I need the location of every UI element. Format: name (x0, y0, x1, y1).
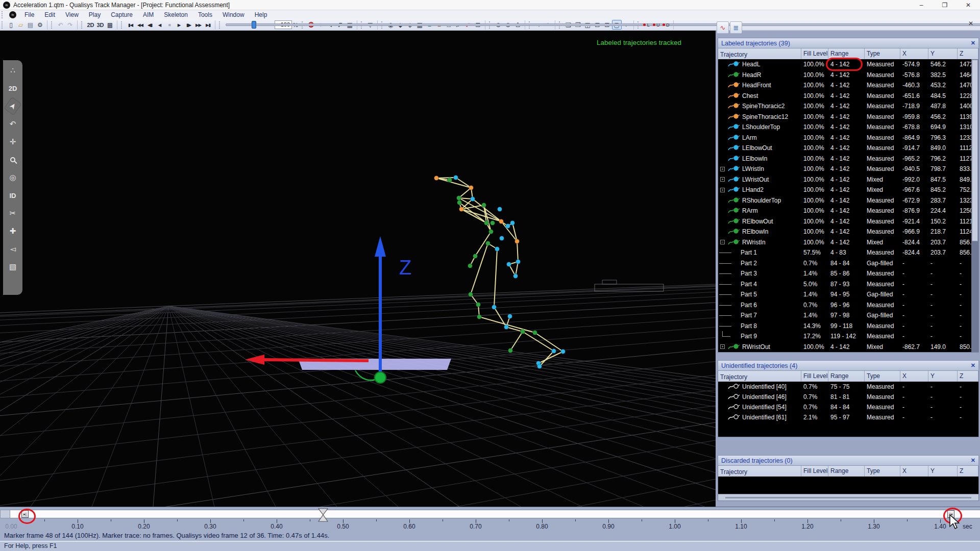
table-row[interactable]: Part 20.7%84 - 84Gap-filled--- (718, 258, 978, 269)
select-tool-button[interactable]: ➤ (4, 97, 22, 116)
table-row[interactable]: HeadR100.0%4 - 142Measured-576.8382.5146… (718, 70, 978, 81)
column-header-x[interactable]: X (900, 371, 928, 382)
zoom-tool-button[interactable] (6, 154, 20, 166)
table-row[interactable]: Unidentified [40]0.7%75 - 75Measured--- (718, 382, 978, 392)
table-row[interactable]: RShoulderTop100.0%4 - 142Measured-672.92… (718, 195, 978, 206)
table-row[interactable]: RElbowIn100.0%4 - 142Measured-966.9218.7… (718, 227, 978, 237)
table-row[interactable]: +LWristOut100.0%4 - 142Mixed-992.0847.58… (718, 174, 978, 185)
table-row[interactable]: HeadFront100.0%4 - 142Measured-460.3453.… (718, 80, 978, 91)
timeline[interactable]: ▸| |◂ 0.100.200.300.400.500.600.700.800.… (0, 507, 980, 531)
3d-view-button[interactable]: 3D (95, 20, 105, 30)
table-row[interactable]: Chest100.0%4 - 142Measured-651.6484.5122… (718, 91, 978, 102)
timeline-track[interactable] (0, 510, 980, 518)
column-header-trajectory[interactable]: Trajectory (718, 371, 801, 382)
table-row[interactable]: RArm100.0%4 - 142Measured-876.9224.41250 (718, 206, 978, 216)
cut-trajectory-button[interactable]: ✂ (6, 207, 20, 219)
table-row[interactable]: Part 45.0%87 - 93Measured--- (718, 279, 978, 290)
unidentified-close-icon[interactable]: ✕ (971, 362, 975, 369)
column-header-range[interactable]: Range (828, 371, 865, 382)
table-row[interactable]: Part 814.3%99 - 118Measured--- (718, 321, 978, 332)
menu-help[interactable]: Help (250, 10, 273, 19)
menu-aim[interactable]: AIM (138, 10, 159, 19)
menu-window[interactable]: Window (217, 10, 250, 19)
table-row[interactable]: +LWristIn100.0%4 - 142Measured-940.5798.… (718, 164, 978, 174)
table-row[interactable]: Part 917.2%119 - 142Measured--- (718, 331, 978, 342)
menu-view[interactable]: View (60, 10, 84, 19)
menu-play[interactable]: Play (84, 10, 106, 19)
expand-toggle-icon[interactable]: + (720, 177, 725, 182)
table-row[interactable]: LElbowIn100.0%4 - 142Measured-965.2796.2… (718, 154, 978, 164)
video-view-button[interactable]: ▩ (105, 20, 115, 30)
marker-set-icon[interactable]: ∴ (6, 64, 20, 77)
2d-toggle-button[interactable]: 2D (6, 82, 20, 94)
table-row[interactable]: +LHand2100.0%4 - 142Mixed-967.6845.2752.… (718, 185, 978, 195)
volume-tool-button[interactable]: ▧ (6, 261, 20, 273)
table-row[interactable]: LElbowOut100.0%4 - 142Measured-914.7849.… (718, 143, 978, 154)
trajectory-info-button[interactable]: ∿ (717, 21, 729, 34)
column-header-trajectory[interactable]: Trajectory (718, 48, 801, 59)
table-row[interactable]: +RWristOut100.0%4 - 142Mixed-862.7149.08… (718, 342, 978, 353)
menu-skeleton[interactable]: Skeleton (159, 10, 193, 19)
stop-button[interactable]: ■ (164, 20, 174, 30)
expand-toggle-icon[interactable]: − (720, 240, 725, 244)
trajectory-list-button[interactable]: ≣ (730, 21, 742, 34)
table-row[interactable]: Part 31.4%85 - 86Measured--- (718, 268, 978, 279)
show-unidentified-button[interactable]: U (652, 20, 662, 30)
show-labeled-button[interactable]: L (642, 20, 652, 30)
column-header-x[interactable]: X (900, 466, 928, 477)
labeled-section-header[interactable]: Labeled trajectories (39) ✕ (718, 38, 979, 48)
menu-file[interactable]: File (19, 10, 39, 19)
menu-logo-icon[interactable]: ≈ (9, 11, 16, 18)
2d-view-button[interactable]: 2D (86, 20, 95, 30)
discarded-section-header[interactable]: Discarded trajectories (0) ✕ (718, 455, 979, 466)
menu-capture[interactable]: Capture (106, 10, 138, 19)
table-row[interactable]: Unidentified [61]2.1%95 - 97Measured--- (718, 412, 978, 422)
table-row[interactable]: LShoulderTop100.0%4 - 142Measured-678.86… (718, 122, 978, 133)
step-forward-button[interactable]: ▮▶ (184, 20, 193, 30)
column-header-x[interactable]: X (900, 48, 928, 59)
show-discarded-button[interactable]: D (662, 20, 671, 30)
undo-button[interactable]: ↶ (56, 20, 65, 30)
go-to-end-button[interactable]: ▶▮ (203, 20, 213, 30)
redo-button[interactable]: ↷ (65, 20, 75, 30)
project-options-button[interactable]: ⚙ (35, 20, 45, 30)
playback-speed-slider[interactable] (226, 20, 273, 29)
table-row[interactable]: Unidentified [46]0.7%81 - 81Measured--- (718, 392, 978, 402)
discarded-close-icon[interactable]: ✕ (971, 457, 975, 464)
go-to-start-button[interactable]: ▮◀ (126, 20, 135, 30)
close-button[interactable]: ✕ (957, 0, 980, 10)
save-button[interactable]: ▤ (26, 20, 35, 30)
table-row[interactable]: −RWristIn100.0%4 - 142Mixed-824.4203.785… (718, 237, 978, 248)
column-header-type[interactable]: Type (865, 371, 900, 382)
center-tool-button[interactable]: ◎ (6, 171, 20, 184)
column-header-fill-level[interactable]: Fill Level (801, 466, 828, 477)
table-row[interactable]: Part 60.7%96 - 96Measured--- (718, 300, 978, 311)
column-header-fill-level[interactable]: Fill Level (801, 48, 828, 59)
table-row[interactable]: Unidentified [54]0.7%84 - 84Measured--- (718, 402, 978, 412)
column-header-z[interactable]: Z (958, 466, 978, 477)
play-backward-button[interactable]: ◀ (155, 20, 164, 30)
table-row[interactable]: Part 71.4%97 - 98Gap-filled--- (718, 310, 978, 321)
expand-toggle-icon[interactable]: + (720, 344, 725, 349)
column-header-type[interactable]: Type (865, 48, 900, 59)
column-header-type[interactable]: Type (865, 466, 900, 477)
add-marker-button[interactable]: ✚ (6, 225, 20, 237)
labeled-close-icon[interactable]: ✕ (971, 40, 975, 46)
play-button[interactable]: ▶ (174, 20, 184, 30)
column-header-y[interactable]: Y (928, 48, 958, 59)
rotate-tool-button[interactable]: ↶ (6, 118, 20, 130)
3d-viewport[interactable]: Z Labeled trajectories tracked ∴2D➤↶✛◎ID… (0, 31, 716, 507)
rewind-button[interactable]: ◀◀ (135, 20, 145, 30)
table-row[interactable]: SpineThoracic2100.0%4 - 142Measured-718.… (718, 101, 978, 112)
restore-button[interactable]: ❐ (933, 0, 957, 10)
table-row[interactable]: LArm100.0%4 - 142Measured-864.9796.31233 (718, 133, 978, 143)
column-header-z[interactable]: Z (958, 371, 978, 382)
column-header-z[interactable]: Z (958, 48, 978, 59)
table-row[interactable]: RElbowOut100.0%4 - 142Measured-921.4150.… (718, 216, 978, 227)
expand-toggle-icon[interactable]: + (720, 188, 725, 192)
fast-forward-button[interactable]: ▶▶ (193, 20, 203, 30)
labeled-table-scrollbar[interactable] (971, 59, 978, 352)
discarded-hscrollbar[interactable] (718, 494, 979, 501)
translate-tool-button[interactable]: ✛ (6, 136, 20, 148)
column-header-y[interactable]: Y (928, 466, 958, 477)
